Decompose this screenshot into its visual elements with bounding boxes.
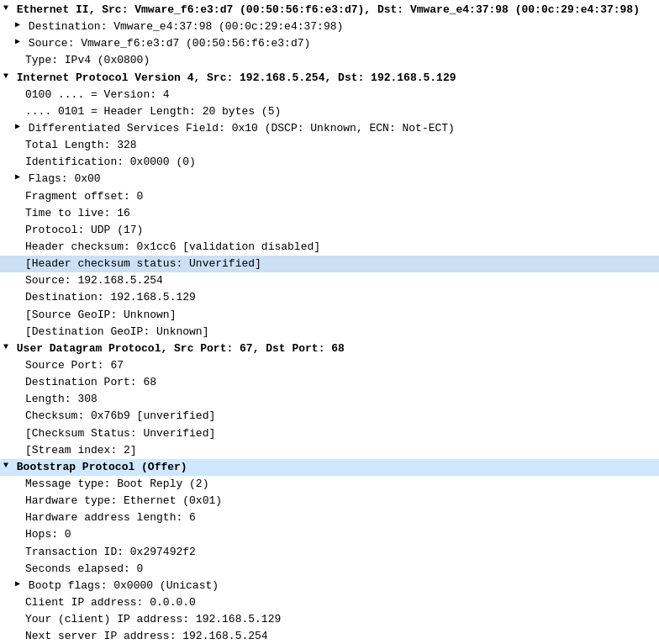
line-text: Internet Protocol Version 4, Src: 192.16…: [10, 70, 456, 87]
ip-geoip-src[interactable]: [Source GeoIP: Unknown]: [0, 307, 659, 324]
ip-header[interactable]: ▼ Internet Protocol Version 4, Src: 192.…: [0, 70, 659, 87]
line-text: .... 0101 = Header Length: 20 bytes (5): [25, 103, 281, 120]
line-text: [Stream index: 2]: [25, 442, 137, 459]
line-text: Checksum: 0x76b9 [unverified]: [25, 408, 215, 425]
line-text: Differentiated Services Field: 0x10 (DSC…: [22, 120, 455, 137]
bootp-ciaddr[interactable]: Client IP address: 0.0.0.0: [0, 594, 659, 611]
bootp-yiaddr[interactable]: Your (client) IP address: 192.168.5.129: [0, 611, 659, 628]
udp-header[interactable]: ▼ User Datagram Protocol, Src Port: 67, …: [0, 340, 659, 357]
eth-dst[interactable]: ▶ Destination: Vmware_e4:37:98 (00:0c:29…: [0, 18, 659, 35]
line-text: Time to live: 16: [25, 205, 130, 222]
line-text: Hardware address length: 6: [25, 509, 196, 526]
ip-flags[interactable]: ▶ Flags: 0x00: [0, 171, 659, 187]
line-text: Transaction ID: 0x297492f2: [25, 544, 196, 561]
line-text: Next server IP address: 192.168.5.254: [25, 628, 268, 644]
expand-icon[interactable]: ▼: [3, 340, 8, 354]
line-text: Length: 308: [25, 391, 98, 408]
udp-chksum[interactable]: Checksum: 0x76b9 [unverified]: [0, 408, 659, 425]
expand-icon[interactable]: ▼: [3, 459, 8, 472]
expand-icon[interactable]: ▼: [3, 2, 8, 15]
ip-ttl[interactable]: Time to live: 16: [0, 205, 659, 222]
line-text: Source: 192.168.5.254: [25, 272, 163, 289]
line-text: Identification: 0x0000 (0): [25, 154, 196, 171]
bootp-xid[interactable]: Transaction ID: 0x297492f2: [0, 544, 659, 561]
line-text: User Datagram Protocol, Src Port: 67, Ds…: [10, 340, 345, 357]
expand-icon[interactable]: ▶: [15, 171, 20, 184]
line-text: Protocol: UDP (17): [25, 222, 143, 239]
udp-dstport[interactable]: Destination Port: 68: [0, 374, 659, 391]
ip-hdrlen[interactable]: .... 0101 = Header Length: 20 bytes (5): [0, 103, 659, 120]
line-text: 0100 .... = Version: 4: [25, 87, 170, 103]
ip-version[interactable]: 0100 .... = Version: 4: [0, 87, 659, 103]
ip-dsfield[interactable]: ▶ Differentiated Services Field: 0x10 (D…: [0, 120, 659, 137]
expand-icon[interactable]: ▶: [15, 120, 20, 134]
eth-header[interactable]: ▼ Ethernet II, Src: Vmware_f6:e3:d7 (00:…: [0, 2, 659, 18]
udp-srcport[interactable]: Source Port: 67: [0, 357, 659, 374]
line-text: Message type: Boot Reply (2): [25, 476, 208, 493]
bootp-hwlen[interactable]: Hardware address length: 6: [0, 509, 659, 526]
ip-totlen[interactable]: Total Length: 328: [0, 137, 659, 154]
ip-fragoff[interactable]: Fragment offset: 0: [0, 188, 659, 205]
line-text: [Source GeoIP: Unknown]: [25, 307, 176, 324]
line-text: Seconds elapsed: 0: [25, 561, 143, 578]
bootp-flags[interactable]: ▶ Bootp flags: 0x0000 (Unicast): [0, 578, 659, 594]
ip-chksum[interactable]: Header checksum: 0x1cc6 [validation disa…: [0, 239, 659, 256]
line-text: Source: Vmware_f6:e3:d7 (00:50:56:f6:e3:…: [22, 35, 310, 52]
bootp-secs[interactable]: Seconds elapsed: 0: [0, 561, 659, 578]
line-text: Hardware type: Ethernet (0x01): [25, 493, 222, 509]
packet-tree: ▼ Ethernet II, Src: Vmware_f6:e3:d7 (00:…: [0, 0, 659, 644]
udp-stream[interactable]: [Stream index: 2]: [0, 442, 659, 459]
expand-icon[interactable]: ▼: [3, 70, 8, 83]
line-text: Flags: 0x00: [22, 171, 101, 187]
line-text: Your (client) IP address: 192.168.5.129: [25, 611, 281, 628]
line-text: Header checksum: 0x1cc6 [validation disa…: [25, 239, 320, 256]
line-text: Client IP address: 0.0.0.0: [25, 594, 196, 611]
line-text: Destination Port: 68: [25, 374, 156, 391]
udp-length[interactable]: Length: 308: [0, 391, 659, 408]
ip-chksum-status[interactable]: [Header checksum status: Unverified]: [0, 256, 659, 272]
ip-id[interactable]: Identification: 0x0000 (0): [0, 154, 659, 171]
line-text: Source Port: 67: [25, 357, 124, 374]
line-text: Bootp flags: 0x0000 (Unicast): [22, 578, 219, 594]
line-text: Total Length: 328: [25, 137, 137, 154]
ip-src[interactable]: Source: 192.168.5.254: [0, 272, 659, 289]
bootp-msgtype[interactable]: Message type: Boot Reply (2): [0, 476, 659, 493]
line-text: [Checksum Status: Unverified]: [25, 425, 215, 442]
ip-dst[interactable]: Destination: 192.168.5.129: [0, 289, 659, 306]
line-text: Bootstrap Protocol (Offer): [10, 459, 187, 476]
eth-type[interactable]: Type: IPv4 (0x0800): [0, 52, 659, 69]
expand-icon[interactable]: ▶: [15, 578, 20, 591]
bootp-header[interactable]: ▼ Bootstrap Protocol (Offer): [0, 459, 659, 476]
eth-src[interactable]: ▶ Source: Vmware_f6:e3:d7 (00:50:56:f6:e…: [0, 35, 659, 52]
bootp-hwtype[interactable]: Hardware type: Ethernet (0x01): [0, 493, 659, 509]
expand-icon[interactable]: ▶: [15, 35, 20, 49]
line-text: Fragment offset: 0: [25, 188, 143, 205]
ip-geoip-dst[interactable]: [Destination GeoIP: Unknown]: [0, 324, 659, 340]
udp-chksum-status[interactable]: [Checksum Status: Unverified]: [0, 425, 659, 442]
line-text: [Header checksum status: Unverified]: [25, 256, 261, 272]
line-text: Destination: Vmware_e4:37:98 (00:0c:29:e…: [22, 18, 343, 35]
line-text: Destination: 192.168.5.129: [25, 289, 196, 306]
bootp-siaddr[interactable]: Next server IP address: 192.168.5.254: [0, 628, 659, 644]
line-text: Type: IPv4 (0x0800): [25, 52, 150, 69]
expand-icon[interactable]: ▶: [15, 18, 20, 32]
ip-proto[interactable]: Protocol: UDP (17): [0, 222, 659, 239]
line-text: [Destination GeoIP: Unknown]: [25, 324, 208, 340]
line-text: Hops: 0: [25, 526, 71, 543]
bootp-hops[interactable]: Hops: 0: [0, 526, 659, 543]
line-text: Ethernet II, Src: Vmware_f6:e3:d7 (00:50…: [10, 2, 640, 18]
